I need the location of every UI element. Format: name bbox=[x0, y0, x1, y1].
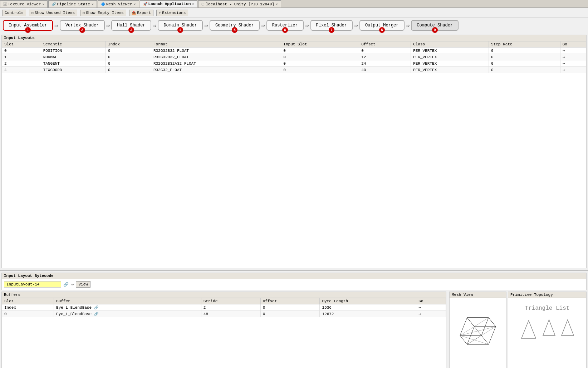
cell-go[interactable]: ⇒ bbox=[560, 54, 586, 60]
primitive-topology-title: Primitive Topology bbox=[510, 293, 553, 297]
cell-format: R32G32B32A32_FLOAT bbox=[151, 60, 281, 67]
tab-mesh-viewer[interactable]: 🔷 Mesh Viewer ✕ bbox=[98, 0, 139, 8]
tab-mesh-viewer-label: Mesh Viewer bbox=[106, 2, 132, 6]
buf-col-byte-length: Byte Length bbox=[320, 298, 416, 304]
compute-shader-number: 9 bbox=[432, 27, 438, 33]
export-label: Export bbox=[137, 11, 151, 15]
bytecode-panel: Input Layout Bytecode 🔗 ⇒ View bbox=[1, 273, 587, 290]
cell-index: 0 bbox=[106, 67, 151, 73]
table-row: Index Eye_L_BlendBase 🔗 2 0 1536 ⇒ bbox=[2, 304, 446, 311]
buf-cell-go[interactable]: ⇒ bbox=[416, 304, 446, 311]
tab-launch-application-label: Launch Application bbox=[148, 2, 191, 6]
buffers-table: Slot Buffer Stride Offset Byte Length Go… bbox=[2, 298, 446, 317]
arrow-5: ⇒ bbox=[261, 21, 265, 29]
tab-localhost-unity-label: localhost - Unity [PID 12840] bbox=[206, 2, 274, 6]
cell-go[interactable]: ⇒ bbox=[560, 67, 586, 73]
cell-step-rate: 0 bbox=[489, 48, 560, 54]
tab-texture-viewer[interactable]: 🖼 Texture Viewer ✕ bbox=[0, 0, 48, 8]
show-unused-button[interactable]: ☐ Show Unused Items bbox=[29, 10, 77, 16]
cell-go[interactable]: ⇒ bbox=[560, 60, 586, 67]
stage-compute-shader: Compute Shader 9 bbox=[411, 20, 459, 31]
extensions-button[interactable]: ⚡ Extensions bbox=[156, 10, 188, 16]
tab-pipeline-state-label: Pipeline State bbox=[57, 2, 90, 6]
col-offset: Offset bbox=[359, 41, 411, 48]
tab-texture-viewer-close[interactable]: ✕ bbox=[42, 2, 44, 6]
rasterizer-number: 6 bbox=[282, 27, 288, 33]
cell-class: PER_VERTEX bbox=[411, 54, 489, 60]
svg-marker-23 bbox=[521, 320, 536, 338]
cell-format: R32G32B32_FLOAT bbox=[151, 48, 281, 54]
cell-input-slot: 0 bbox=[281, 67, 359, 73]
domain-shader-button[interactable]: Domain Shader 4 bbox=[158, 20, 203, 31]
cell-format: R32G32B32_FLOAT bbox=[151, 54, 281, 60]
cell-go[interactable]: ⇒ bbox=[560, 48, 586, 54]
cell-input-slot: 0 bbox=[281, 60, 359, 67]
buf-col-slot: Slot bbox=[2, 298, 54, 304]
arrow-4: ⇒ bbox=[204, 21, 208, 29]
buf-cell-byte-length: 1536 bbox=[320, 304, 416, 311]
table-row: 2 TANGENT 0 R32G32B32A32_FLOAT 0 24 PER_… bbox=[2, 60, 586, 67]
col-format: Format bbox=[151, 41, 281, 48]
tab-pipeline-state-close[interactable]: ✕ bbox=[92, 2, 94, 6]
buf-cell-slot: 0 bbox=[2, 311, 54, 317]
tab-localhost-unity-close[interactable]: ✕ bbox=[276, 2, 278, 6]
vertex-shader-number: 2 bbox=[79, 27, 85, 33]
cell-index: 0 bbox=[106, 54, 151, 60]
triangle-3-svg bbox=[560, 319, 575, 337]
buf-col-go: Go bbox=[416, 298, 446, 304]
rasterizer-button[interactable]: Rasterizer 6 bbox=[266, 20, 304, 31]
tab-launch-application-close[interactable]: ✕ bbox=[192, 2, 194, 6]
col-step-rate: Step Rate bbox=[489, 41, 560, 48]
checkbox-empty-icon: ☐ bbox=[83, 11, 85, 15]
geometry-shader-button[interactable]: Geometry Shader 5 bbox=[210, 20, 260, 31]
cell-offset: 24 bbox=[359, 60, 411, 67]
buffers-title: Buffers bbox=[4, 293, 20, 297]
buffer-link-icon: 🔗 bbox=[94, 312, 98, 316]
svg-marker-25 bbox=[562, 320, 574, 335]
tab-bar: 🖼 Texture Viewer ✕ 🔗 Pipeline State ✕ 🔷 … bbox=[0, 0, 588, 8]
controls-button[interactable]: Controls bbox=[2, 10, 26, 16]
buffers-panel: Buffers Slot Buffer Stride Offset Byte L… bbox=[1, 292, 446, 368]
tab-mesh-viewer-close[interactable]: ✕ bbox=[134, 2, 136, 6]
buffers-header: Buffers bbox=[2, 292, 446, 298]
mesh-view-header: Mesh View bbox=[450, 292, 506, 298]
cell-offset: 12 bbox=[359, 54, 411, 60]
show-empty-button[interactable]: ☐ Show Empty Items bbox=[80, 10, 126, 16]
export-button[interactable]: 📤 Export bbox=[129, 10, 154, 16]
cell-offset: 0 bbox=[359, 48, 411, 54]
bytecode-input[interactable] bbox=[4, 281, 61, 288]
table-row: 4 TEXCOORD 0 R32G32_FLOAT 0 40 PER_VERTE… bbox=[2, 67, 586, 73]
tab-launch-application[interactable]: 🚀 Launch Application ✕ bbox=[140, 0, 198, 8]
controls-label: Controls bbox=[5, 11, 24, 15]
buf-col-stride: Stride bbox=[201, 298, 260, 304]
cell-offset: 40 bbox=[359, 67, 411, 73]
pixel-shader-button[interactable]: Pixel Shader 7 bbox=[310, 20, 353, 31]
tab-texture-viewer-label: Texture Viewer bbox=[8, 2, 41, 6]
cell-format: R32G32_FLOAT bbox=[151, 67, 281, 73]
bytecode-title: Input Layout Bytecode bbox=[4, 274, 54, 278]
tab-localhost-unity[interactable]: ⬡ localhost - Unity [PID 12840] ✕ bbox=[198, 0, 281, 8]
tab-pipeline-state[interactable]: 🔗 Pipeline State ✕ bbox=[48, 0, 97, 8]
triangle-1-svg bbox=[520, 319, 538, 340]
buf-cell-go[interactable]: ⇒ bbox=[416, 311, 446, 317]
buf-cell-byte-length: 12672 bbox=[320, 311, 416, 317]
svg-line-13 bbox=[489, 327, 496, 344]
extensions-icon: ⚡ bbox=[159, 11, 161, 15]
cell-slot: 4 bbox=[2, 67, 41, 73]
vertex-shader-button[interactable]: Vertex Shader 2 bbox=[60, 20, 105, 31]
cell-class: PER_VERTEX bbox=[411, 67, 489, 73]
cell-semantic: NORMAL bbox=[41, 54, 106, 60]
arrow-1: ⇒ bbox=[54, 21, 58, 29]
cell-input-slot: 0 bbox=[281, 54, 359, 60]
main-sections: Input Layouts Slot Semantic Index Format… bbox=[0, 33, 588, 368]
compute-shader-button[interactable]: Compute Shader 9 bbox=[411, 20, 459, 31]
hull-shader-button[interactable]: Hull Shader 3 bbox=[111, 20, 151, 31]
input-assembler-button[interactable]: Input Assembler 1 bbox=[3, 20, 53, 31]
view-button[interactable]: View bbox=[76, 281, 90, 288]
buf-col-buffer: Buffer bbox=[54, 298, 201, 304]
buf-cell-offset: 0 bbox=[260, 304, 320, 311]
tab-pipeline-state-icon: 🔗 bbox=[52, 2, 56, 6]
primitive-topology-header: Primitive Topology bbox=[508, 292, 586, 298]
output-merger-button[interactable]: Output Merger 8 bbox=[359, 20, 405, 31]
bottom-panels: Buffers Slot Buffer Stride Offset Byte L… bbox=[1, 292, 587, 368]
